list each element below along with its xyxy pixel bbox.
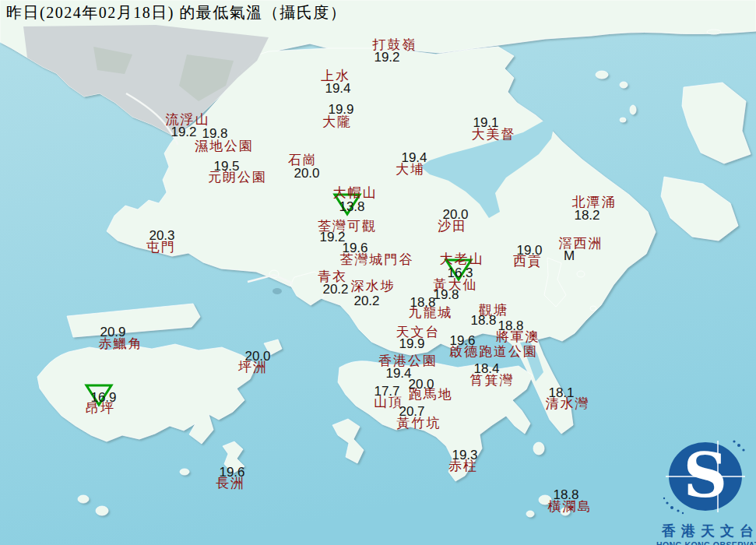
hko-logo-mark: S bbox=[656, 433, 754, 517]
station-value: 18.1 bbox=[548, 386, 574, 399]
station-value: 19.6 bbox=[342, 241, 367, 255]
station-value: 19.0 bbox=[516, 244, 542, 257]
station-value: 16.9 bbox=[90, 391, 116, 404]
station-value: 19.2 bbox=[374, 51, 399, 64]
station-value: 20.0 bbox=[244, 350, 270, 363]
station-value: 19.1 bbox=[473, 116, 498, 129]
logo-name-chinese: 香港天文台 bbox=[656, 522, 754, 540]
station-name: 大老山 bbox=[440, 252, 484, 265]
station-value: 17.7 bbox=[374, 385, 399, 398]
logo-s-glyph: S bbox=[684, 440, 727, 511]
station-value: 20.9 bbox=[100, 325, 125, 339]
station-value: 20.0 bbox=[408, 378, 434, 391]
station-value: 18.2 bbox=[574, 209, 600, 222]
station-name: 大隴 bbox=[322, 115, 352, 128]
station-value: 19.9 bbox=[328, 103, 353, 116]
station-value: 18.8 bbox=[470, 314, 496, 327]
station-value: 20.0 bbox=[294, 167, 319, 180]
station-value: 19.8 bbox=[202, 127, 227, 140]
station-value: 19.4 bbox=[325, 82, 350, 95]
stations-layer: 打鼓嶺19.2上水19.4大隴19.9流浮山19.2濕地公園19.8元朗公園19… bbox=[0, 0, 756, 545]
station-name: 北潭涌 bbox=[572, 195, 617, 209]
station-name: 大帽山 bbox=[333, 186, 378, 199]
station-value: 13.8 bbox=[339, 200, 364, 213]
station-value: 20.2 bbox=[353, 294, 379, 308]
hko-logo: S 香港天文台 HONG KONG OBSERVATORY bbox=[656, 433, 754, 543]
station-value: 20.0 bbox=[442, 208, 468, 221]
station-value: 19.8 bbox=[433, 288, 459, 301]
station-value: 20.7 bbox=[399, 405, 424, 418]
station-value: 20.2 bbox=[322, 283, 348, 296]
station-value: 18.8 bbox=[553, 488, 578, 501]
station-value: 19.3 bbox=[452, 448, 477, 462]
station-value: M bbox=[564, 249, 575, 262]
station-value: 19.5 bbox=[213, 160, 239, 173]
station-value: 18.8 bbox=[410, 296, 435, 309]
min-temperature-map: 昨日(2024年02月18日) 的最低氣溫（攝氏度） 打鼓嶺19.2上水19.4… bbox=[0, 0, 756, 545]
station-value: 19.6 bbox=[219, 466, 244, 479]
station-value: 19.2 bbox=[171, 125, 196, 139]
station-value: 20.3 bbox=[149, 229, 174, 242]
station-name: 石崗 bbox=[288, 153, 318, 167]
station-name: 深水埗 bbox=[351, 280, 396, 293]
station-value: 19.9 bbox=[399, 337, 424, 350]
station-value: 19.4 bbox=[401, 151, 427, 164]
logo-name-english: HONG KONG OBSERVATORY bbox=[656, 540, 754, 545]
station-value: 19.6 bbox=[449, 334, 475, 347]
station-value: 18.8 bbox=[498, 319, 523, 332]
station-name: 濕地公園 bbox=[195, 139, 254, 153]
station-value: 18.4 bbox=[473, 362, 499, 375]
